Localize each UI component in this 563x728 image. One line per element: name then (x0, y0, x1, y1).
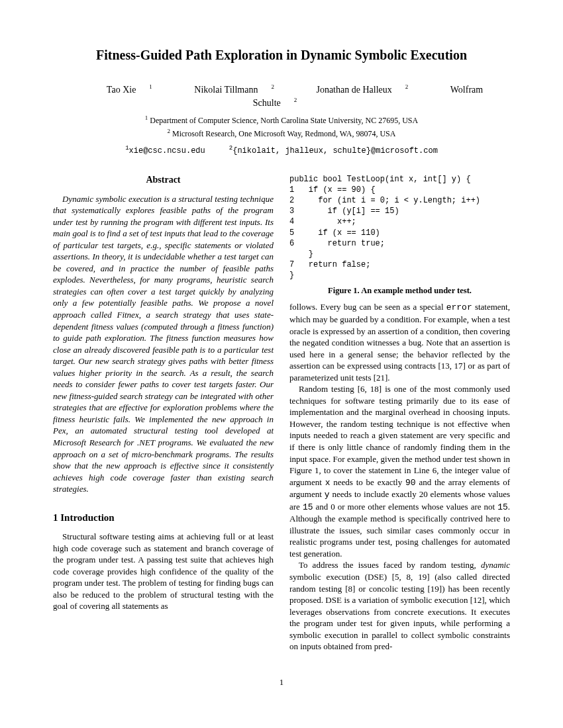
section-1-para-1: Structural software testing aims at achi… (53, 531, 274, 612)
author-1: Tao Xie1 (93, 85, 152, 95)
author-2: Nikolai Tillmann2 (181, 85, 274, 95)
author-3: Jonathan de Halleux2 (303, 85, 408, 95)
affiliation-2: 2 Microsoft Research, One Microsoft Way,… (53, 127, 510, 139)
paper-title: Fitness-Guided Path Exploration in Dynam… (53, 46, 510, 64)
right-column: public bool TestLoop(int x, int[] y) { 1… (289, 174, 510, 653)
col2-para-2: Random testing [6, 18] is one of the mos… (289, 383, 510, 559)
abstract-heading: Abstract (53, 174, 274, 187)
col2-para-3: To address the issues faced by random te… (289, 559, 510, 652)
left-column: Abstract Dynamic symbolic execution is a… (53, 174, 274, 653)
authors-line: Tao Xie1 Nikolai Tillmann2 Jonathan de H… (53, 83, 510, 110)
abstract-body: Dynamic symbolic execution is a structur… (53, 193, 274, 495)
code-listing: public bool TestLoop(int x, int[] y) { 1… (289, 174, 510, 281)
affiliation-1: 1 Department of Computer Science, North … (53, 114, 510, 126)
col2-para-1: follows. Every bug can be seen as a spec… (289, 301, 510, 383)
section-1-heading: 1 Introduction (53, 511, 274, 524)
emails-line: 1xie@csc.ncsu.edu 2{nikolait, jhalleux, … (53, 144, 510, 156)
page-number: 1 (53, 676, 510, 688)
figure-1-caption: Figure 1. An example method under test. (289, 285, 510, 296)
